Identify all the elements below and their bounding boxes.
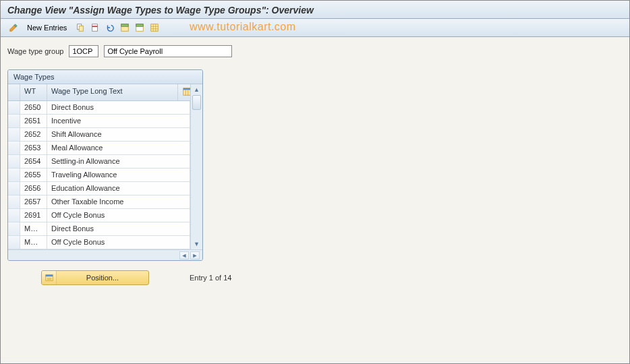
position-icon: [42, 271, 57, 284]
table-row[interactable]: MB01Direct Bonus: [8, 222, 190, 236]
scroll-right-icon[interactable]: ►: [190, 251, 200, 260]
table-row[interactable]: 2656Education Allowance: [8, 182, 190, 195]
filter-row: Wage type group 1OCP Off Cycle Payroll: [7, 45, 623, 57]
entry-status: Entry 1 of 14: [190, 274, 231, 282]
table-settings-icon[interactable]: [148, 22, 161, 34]
cell-wage-type-text[interactable]: Shift Allowance: [47, 128, 190, 141]
undo-icon[interactable]: [104, 22, 116, 34]
configure-columns-icon[interactable]: [178, 84, 190, 100]
table-row[interactable]: MB10Off Cycle Bonus: [8, 236, 190, 249]
cell-wage-type-text[interactable]: Off Cycle Bonus: [47, 209, 190, 222]
vertical-scrollbar[interactable]: ▲ ▼: [190, 84, 202, 249]
cell-wage-type-text[interactable]: Settling-in Allowance: [47, 155, 190, 168]
cell-wt[interactable]: MB01: [20, 222, 47, 235]
row-selector[interactable]: [8, 236, 20, 249]
delete-icon[interactable]: [89, 22, 101, 34]
scroll-down-icon[interactable]: ▼: [191, 239, 202, 249]
cell-wage-type-text[interactable]: Traveling Allowance: [47, 169, 190, 181]
wage-type-group-desc[interactable]: Off Cycle Payroll: [104, 45, 232, 57]
wage-types-table: Wage Types WT Wage Type Long Text 2650Di…: [7, 69, 203, 261]
cell-wage-type-text[interactable]: Incentive: [47, 115, 190, 127]
svg-rect-4: [121, 24, 129, 27]
titlebar: Change View "Assign Wage Types to Wage T…: [1, 1, 629, 19]
cell-wt[interactable]: 2653: [20, 142, 47, 154]
cell-wage-type-text[interactable]: Direct Bonus: [47, 101, 190, 114]
cell-wage-type-text[interactable]: Direct Bonus: [47, 222, 190, 235]
table-row[interactable]: 2653Meal Allowance: [8, 142, 190, 155]
svg-rect-2: [92, 24, 98, 32]
scroll-up-icon[interactable]: ▲: [191, 84, 202, 95]
cell-wt[interactable]: 2656: [20, 182, 47, 195]
svg-rect-1: [80, 26, 84, 31]
table-row[interactable]: 2691Off Cycle Bonus: [8, 209, 190, 222]
row-selector[interactable]: [8, 182, 20, 195]
row-selector[interactable]: [8, 209, 20, 222]
svg-rect-6: [136, 24, 144, 27]
position-button[interactable]: Position...: [41, 270, 149, 285]
row-selector[interactable]: [8, 195, 20, 208]
watermark-text: www.tutorialkart.com: [190, 21, 296, 33]
svg-rect-7: [151, 24, 159, 32]
new-entries-button[interactable]: New Entries: [22, 22, 71, 34]
table-row[interactable]: 2651Incentive: [8, 115, 190, 128]
cell-wage-type-text[interactable]: Meal Allowance: [47, 142, 190, 154]
svg-rect-11: [45, 275, 53, 277]
deselect-all-icon[interactable]: [134, 22, 146, 34]
row-selector[interactable]: [8, 169, 20, 181]
table-row[interactable]: 2650Direct Bonus: [8, 101, 190, 115]
row-selector[interactable]: [8, 101, 20, 114]
footer-row: Position... Entry 1 of 14: [7, 270, 623, 285]
table-row[interactable]: 2652Shift Allowance: [8, 128, 190, 142]
content-area: Wage type group 1OCP Off Cycle Payroll W…: [1, 37, 629, 361]
wage-type-group-code[interactable]: 1OCP: [69, 45, 98, 57]
table-row[interactable]: 2657Other Taxable Income: [8, 195, 190, 209]
page-title: Change View "Assign Wage Types to Wage T…: [7, 5, 623, 16]
wage-type-group-label: Wage type group: [7, 47, 63, 55]
position-button-label: Position...: [57, 274, 148, 282]
horizontal-scrollbar[interactable]: ◄ ►: [8, 249, 202, 260]
cell-wt[interactable]: 2691: [20, 209, 47, 222]
scroll-thumb[interactable]: [192, 95, 201, 110]
row-selector[interactable]: [8, 222, 20, 235]
select-all-column[interactable]: [8, 84, 20, 100]
cell-wage-type-text[interactable]: Education Allowance: [47, 182, 190, 195]
cell-wt[interactable]: 2652: [20, 128, 47, 141]
table-row[interactable]: 2654Settling-in Allowance: [8, 155, 190, 169]
table-body: 2650Direct Bonus2651Incentive2652Shift A…: [8, 101, 190, 249]
table-title: Wage Types: [8, 70, 202, 84]
row-selector[interactable]: [8, 128, 20, 141]
table-header: WT Wage Type Long Text: [8, 84, 190, 101]
row-selector[interactable]: [8, 142, 20, 154]
toggle-edit-icon[interactable]: [7, 22, 20, 34]
svg-rect-9: [183, 88, 190, 90]
cell-wt[interactable]: 2654: [20, 155, 47, 168]
cell-wt[interactable]: 2650: [20, 101, 47, 114]
scroll-left-icon[interactable]: ◄: [179, 251, 189, 260]
cell-wt[interactable]: 2655: [20, 169, 47, 181]
scroll-track[interactable]: [191, 95, 202, 239]
column-wage-type-text[interactable]: Wage Type Long Text: [47, 84, 178, 100]
cell-wt[interactable]: 2651: [20, 115, 47, 127]
table-row[interactable]: 2655Traveling Allowance: [8, 169, 190, 182]
toolbar: New Entries www.tutorialkart.com: [1, 19, 629, 37]
cell-wage-type-text[interactable]: Off Cycle Bonus: [47, 236, 190, 249]
cell-wt[interactable]: MB10: [20, 236, 47, 249]
column-wt[interactable]: WT: [20, 84, 47, 100]
copy-icon[interactable]: [74, 22, 86, 34]
row-selector[interactable]: [8, 115, 20, 127]
cell-wt[interactable]: 2657: [20, 195, 47, 208]
select-all-icon[interactable]: [119, 22, 131, 34]
cell-wage-type-text[interactable]: Other Taxable Income: [47, 195, 190, 208]
row-selector[interactable]: [8, 155, 20, 168]
